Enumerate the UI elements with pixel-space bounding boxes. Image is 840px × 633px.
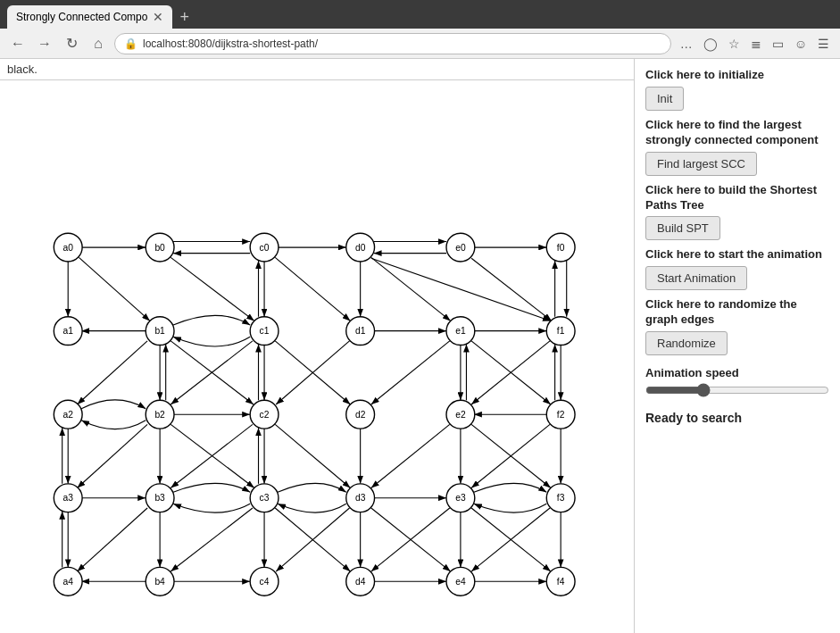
browser-chrome: Strongly Connected Compo ✕ + <box>0 0 840 29</box>
graph-area: black. <box>0 59 635 633</box>
svg-line-52 <box>371 258 551 321</box>
svg-line-53 <box>471 258 552 321</box>
node-d4[interactable]: d4 <box>346 567 375 596</box>
spt-section: Click here to build the Shortest Paths T… <box>645 183 829 241</box>
svg-line-54 <box>371 257 451 321</box>
node-c0[interactable]: c0 <box>250 233 279 262</box>
svg-line-69 <box>371 424 450 487</box>
svg-line-55 <box>78 341 148 404</box>
svg-line-65 <box>275 424 350 487</box>
home-button[interactable]: ⌂ <box>87 33 109 54</box>
speed-label: Animation speed <box>645 366 829 379</box>
svg-line-58 <box>371 341 450 404</box>
node-a1[interactable]: a1 <box>54 317 82 346</box>
address-bar[interactable]: 🔒 localhost:8080/dijkstra-shortest-path/ <box>114 33 671 54</box>
ready-label: Ready to search <box>645 411 829 425</box>
node-f0[interactable]: f0 <box>546 233 575 262</box>
graph-svg: a0 b0 c0 d0 e0 f0 a1 b1 c1 d1 e1 f1 a2 b… <box>0 80 634 598</box>
synced-tabs-icon[interactable]: ≣ <box>747 35 765 53</box>
scc-section-label: Click here to find the largest strongly … <box>645 118 829 148</box>
svg-point-82 <box>250 233 279 262</box>
svg-point-84 <box>346 233 375 262</box>
node-a3[interactable]: a3 <box>54 484 82 512</box>
node-f3[interactable]: f3 <box>546 484 575 512</box>
randomize-section: Click here to randomize the graph edges … <box>645 297 829 355</box>
menu-dots-icon[interactable]: … <box>677 35 696 53</box>
node-b4[interactable]: b4 <box>146 567 174 596</box>
tab-close-icon[interactable]: ✕ <box>153 10 163 24</box>
node-f2[interactable]: f2 <box>546 400 575 429</box>
find-scc-button[interactable]: Find largest SCC <box>645 152 757 176</box>
svg-point-136 <box>546 567 575 596</box>
main-content: black. <box>0 59 840 633</box>
back-button[interactable]: ← <box>7 33 29 54</box>
node-a4[interactable]: a4 <box>54 567 82 596</box>
node-f1[interactable]: f1 <box>546 317 575 346</box>
node-d0[interactable]: d0 <box>346 233 375 262</box>
svg-point-108 <box>346 400 375 429</box>
svg-line-70 <box>78 508 148 571</box>
svg-point-134 <box>446 567 475 596</box>
node-c1[interactable]: c1 <box>250 317 279 346</box>
init-section: Click here to initialize Init <box>645 68 829 111</box>
svg-point-80 <box>146 233 174 262</box>
node-c3[interactable]: c3 <box>250 484 279 512</box>
svg-point-130 <box>250 567 279 596</box>
node-c4[interactable]: c4 <box>250 567 279 596</box>
node-b0[interactable]: b0 <box>146 233 174 262</box>
scc-section: Click here to find the largest strongly … <box>645 118 829 176</box>
node-e2[interactable]: e2 <box>446 400 475 429</box>
svg-point-124 <box>546 484 575 512</box>
node-e1[interactable]: e1 <box>446 317 475 346</box>
star-icon[interactable]: ☆ <box>725 35 744 53</box>
svg-point-118 <box>250 484 279 512</box>
svg-line-63 <box>78 424 148 487</box>
node-a2[interactable]: a2 <box>54 400 82 429</box>
node-c2[interactable]: c2 <box>250 400 279 429</box>
svg-line-49 <box>79 257 150 321</box>
anim-section-label: Click here to start the animation <box>645 247 829 262</box>
svg-line-71 <box>170 508 253 571</box>
svg-point-86 <box>446 233 475 262</box>
svg-point-112 <box>546 400 575 429</box>
node-e4[interactable]: e4 <box>446 567 475 596</box>
node-d3[interactable]: d3 <box>346 484 375 512</box>
start-animation-button[interactable]: Start Animation <box>645 266 747 290</box>
address-bar-row: ← → ↻ ⌂ 🔒 localhost:8080/dijkstra-shorte… <box>0 29 840 59</box>
node-f4[interactable]: f4 <box>546 567 575 596</box>
node-d2[interactable]: d2 <box>346 400 375 429</box>
profile-icon[interactable]: ☺ <box>791 35 811 53</box>
svg-point-100 <box>546 317 575 346</box>
node-b3[interactable]: b3 <box>146 484 174 512</box>
url-text: localhost:8080/dijkstra-shortest-path/ <box>143 37 661 50</box>
random-section-label: Click here to randomize the graph edges <box>645 297 829 328</box>
node-b1[interactable]: b1 <box>146 317 174 346</box>
toolbar-icons: … ◯ ☆ ≣ ▭ ☺ ☰ <box>677 35 833 53</box>
node-e3[interactable]: e3 <box>446 484 475 512</box>
reader-mode-icon[interactable]: ▭ <box>769 35 787 53</box>
svg-point-110 <box>446 400 475 429</box>
refresh-button[interactable]: ↻ <box>61 33 82 54</box>
new-tab-button[interactable]: + <box>172 8 196 27</box>
forward-button[interactable]: → <box>34 33 55 54</box>
svg-line-51 <box>275 257 350 321</box>
pocket-icon[interactable]: ◯ <box>700 35 721 53</box>
init-button[interactable]: Init <box>645 87 684 111</box>
node-b2[interactable]: b2 <box>146 400 174 429</box>
speed-slider[interactable] <box>645 383 829 397</box>
node-e0[interactable]: e0 <box>446 233 475 262</box>
svg-point-120 <box>346 484 375 512</box>
hamburger-menu-icon[interactable]: ☰ <box>814 35 833 53</box>
active-tab[interactable]: Strongly Connected Compo ✕ <box>7 5 172 29</box>
svg-point-122 <box>446 484 475 512</box>
control-panel: Click here to initialize Init Click here… <box>635 59 840 633</box>
svg-line-50 <box>170 257 254 321</box>
svg-point-106 <box>250 400 279 429</box>
animation-speed-section: Animation speed <box>645 366 829 400</box>
svg-point-92 <box>146 317 174 346</box>
svg-point-102 <box>54 400 82 429</box>
randomize-button[interactable]: Randomize <box>645 331 728 355</box>
node-d1[interactable]: d1 <box>346 317 375 346</box>
build-spt-button[interactable]: Build SPT <box>645 216 720 240</box>
node-a0[interactable]: a0 <box>54 233 82 262</box>
